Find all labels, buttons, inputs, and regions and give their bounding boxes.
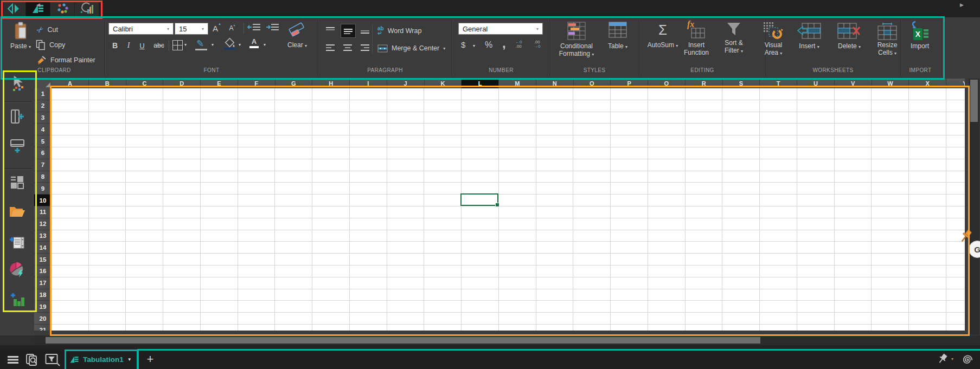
align-middle-button[interactable] [341, 24, 356, 38]
row-header-11[interactable]: 11 [34, 206, 52, 218]
vertical-scrollbar[interactable] [969, 79, 979, 335]
font-color-button[interactable]: A [249, 38, 259, 48]
increase-indent-button[interactable] [266, 23, 280, 31]
border-pen-button[interactable]: ✎ [196, 38, 204, 49]
sheet-tab-tabulation[interactable]: Tabulation1 ▼ [66, 352, 135, 367]
column-header-C[interactable]: C [126, 79, 164, 88]
font-size-combo[interactable]: 15▾ [175, 23, 208, 35]
decrease-decimal-button[interactable]: .00→0 [534, 40, 540, 49]
fill-handle[interactable] [495, 203, 499, 207]
filter-view-button[interactable] [44, 353, 61, 367]
borders-button[interactable] [172, 40, 183, 50]
add-horizontal-pane-button[interactable] [7, 135, 28, 157]
layout-tiles-button[interactable] [7, 172, 28, 193]
column-header-U[interactable]: U [797, 79, 835, 88]
grow-font-button[interactable]: A▲ [210, 22, 223, 35]
column-header-O[interactable]: O [574, 79, 611, 88]
column-header-T[interactable]: T [760, 79, 797, 88]
clear-button[interactable]: Clear ▾ [283, 22, 311, 50]
column-header-B[interactable]: B [89, 79, 126, 88]
column-header-X[interactable]: X [909, 79, 946, 88]
add-form-button[interactable] [7, 231, 28, 253]
vertical-scroll-thumb[interactable] [970, 80, 978, 122]
column-header-F[interactable]: F [238, 79, 276, 88]
open-folder-button[interactable] [7, 201, 28, 223]
number-format-combo[interactable]: General▾ [458, 23, 543, 35]
row-header-17[interactable]: 17 [34, 277, 52, 289]
column-header-S[interactable]: S [723, 79, 760, 88]
visual-area-button[interactable]: Visual Area ▾ [758, 22, 789, 57]
strikethrough-button[interactable]: abc [151, 39, 167, 52]
format-painter-button[interactable]: Format Painter [36, 54, 95, 66]
increase-decimal-button[interactable]: ←0.00 [515, 40, 522, 49]
row-header-18[interactable]: 18 [34, 289, 52, 301]
comma-format-button[interactable]: , [502, 36, 506, 51]
align-right-button[interactable] [358, 41, 372, 54]
align-bottom-button[interactable] [358, 24, 372, 37]
column-header-Q[interactable]: Q [648, 79, 686, 88]
grid-cells[interactable] [52, 88, 965, 331]
column-header-J[interactable]: J [387, 79, 425, 88]
select-all-corner[interactable] [34, 79, 52, 89]
border-pen-caret[interactable]: ▾ [212, 42, 214, 47]
row-header-21[interactable]: 21 [34, 325, 52, 331]
row-header-20[interactable]: 20 [34, 313, 52, 325]
row-header-12[interactable]: 12 [34, 218, 52, 230]
paste-button[interactable]: Paste ▾ [8, 22, 34, 51]
cut-button[interactable]: ✂ Cut [37, 24, 58, 36]
row-header-15[interactable]: 15 [34, 254, 52, 266]
column-header-N[interactable]: N [536, 79, 574, 88]
spiral-logo-button[interactable] [960, 352, 975, 367]
percent-format-button[interactable]: % [485, 40, 492, 50]
column-header-K[interactable]: K [425, 79, 462, 88]
chart-bolt-button[interactable] [7, 259, 28, 281]
tab-statistics[interactable] [75, 1, 99, 16]
add-sheet-button[interactable]: + [142, 352, 158, 367]
sheet-menu-button[interactable] [5, 354, 21, 366]
underline-button[interactable]: U [137, 39, 148, 52]
add-bar-chart-button[interactable] [7, 289, 28, 310]
bold-button[interactable]: B [110, 39, 120, 52]
font-color-caret[interactable]: ▾ [264, 42, 266, 47]
column-header-E[interactable]: E [201, 79, 238, 88]
column-header-W[interactable]: W [872, 79, 909, 88]
find-in-sheets-button[interactable] [25, 353, 40, 367]
autosum-button[interactable]: Σ AutoSum ▾ [646, 22, 679, 50]
column-header-R[interactable]: R [686, 79, 723, 88]
scroll-right-arrow[interactable]: ▶ [960, 2, 964, 8]
add-vertical-pane-button[interactable] [7, 106, 28, 127]
import-button[interactable]: X Import [907, 21, 933, 50]
column-header-Y[interactable]: Y [946, 79, 965, 88]
borders-caret[interactable]: ▾ [184, 42, 187, 47]
align-top-button[interactable] [323, 24, 337, 37]
fill-color-button[interactable] [223, 38, 236, 51]
column-header-A[interactable]: A [52, 79, 89, 88]
shrink-font-button[interactable]: A▾ [226, 22, 239, 35]
currency-format-button[interactable]: $ [461, 40, 465, 49]
resize-cells-button[interactable]: Resize Cells ▾ [874, 22, 900, 57]
align-left-button[interactable] [323, 41, 337, 54]
tab-app-logo[interactable] [2, 1, 25, 16]
fill-color-caret[interactable]: ▾ [239, 42, 241, 47]
table-button[interactable]: Table ▾ [603, 22, 632, 51]
row-header-4[interactable]: 4 [34, 124, 52, 135]
word-wrap-button[interactable]: ab↵ Word Wrap [377, 25, 421, 37]
column-header-M[interactable]: M [499, 79, 536, 88]
column-header-P[interactable]: P [611, 79, 648, 88]
italic-button[interactable]: I [124, 39, 133, 52]
tab-data-points[interactable] [50, 1, 74, 16]
row-header-13[interactable]: 13 [34, 230, 52, 242]
delete-cells-button[interactable]: Delete ▾ [835, 23, 863, 51]
copy-button[interactable]: Copy [36, 39, 65, 51]
column-header-L[interactable]: L [462, 79, 499, 88]
row-header-19[interactable]: 19 [34, 301, 52, 313]
conditional-formatting-button[interactable]: Conditional Formatting ▾ [558, 22, 595, 59]
column-header-V[interactable]: V [835, 79, 872, 88]
column-header-H[interactable]: H [312, 79, 350, 88]
row-header-5[interactable]: 5 [34, 135, 52, 147]
select-tool-button[interactable] [7, 72, 28, 94]
row-header-9[interactable]: 9 [34, 183, 52, 195]
row-header-7[interactable]: 7 [34, 159, 52, 171]
row-header-16[interactable]: 16 [34, 266, 52, 277]
column-header-G[interactable]: G [276, 79, 313, 88]
